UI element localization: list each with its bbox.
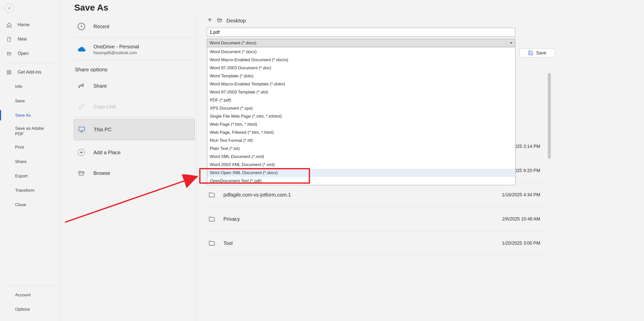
nav-print-label: Print	[15, 145, 24, 150]
location-copy-link-label: Copy Link	[93, 104, 116, 110]
save-icon	[528, 50, 533, 56]
file-date: 1/20/2025 3:00 PM	[479, 241, 544, 246]
nav-save-as-adobe-label: Save as Adobe PDF	[15, 126, 48, 137]
nav-options[interactable]: Options	[0, 302, 60, 316]
filetype-option[interactable]: Plain Text (*.txt)	[207, 145, 515, 153]
filetype-select[interactable]: Word Document (*.docx)	[207, 39, 515, 47]
filetype-option[interactable]: Word 97-2003 Template (*.dot)	[207, 88, 515, 96]
new-doc-icon	[6, 37, 12, 42]
home-icon	[6, 22, 12, 28]
filetype-option[interactable]: Rich Text Format (*.rtf)	[207, 137, 515, 145]
path-breadcrumb: Desktop	[207, 15, 642, 26]
filetype-option[interactable]: Word XML Document (*.xml)	[207, 153, 515, 161]
location-panel: Recent OneDrive - Personal hesong45@outl…	[74, 16, 195, 183]
addins-icon	[6, 70, 12, 75]
browse-folder-icon	[76, 170, 86, 177]
nav-new[interactable]: New	[0, 32, 60, 46]
open-folder-icon	[6, 51, 12, 56]
location-browse[interactable]: Browse	[74, 163, 195, 183]
location-share[interactable]: Share	[74, 76, 195, 96]
filetype-option[interactable]: Web Page (*.htm, *.html)	[207, 120, 515, 129]
filetype-option[interactable]: Word 97-2003 Document (*.doc)	[207, 64, 515, 72]
filetype-option[interactable]: Web Page, Filtered (*.htm, *.html)	[207, 129, 515, 137]
filetype-option-highlighted[interactable]: Strict Open XML Document (*.docx)	[207, 169, 515, 177]
filetype-option[interactable]: Single File Web Page (*.mht, *.mhtml)	[207, 112, 515, 120]
nav-close-label: Close	[15, 202, 26, 207]
folder-icon	[207, 216, 217, 223]
filetype-option[interactable]: PDF (*.pdf)	[207, 96, 515, 104]
location-browse-label: Browse	[93, 170, 110, 176]
svg-rect-0	[7, 70, 9, 72]
nav-new-label: New	[18, 37, 27, 42]
location-add-place[interactable]: Add a Place	[74, 142, 195, 163]
nav-transform[interactable]: Transform	[0, 183, 60, 198]
nav-get-addins-label: Get Add-ins	[18, 70, 41, 75]
share-options-heading: Share options	[74, 62, 195, 76]
copy-link-icon	[76, 104, 86, 110]
this-pc-icon	[77, 126, 87, 133]
file-list-scrollbar[interactable]	[548, 73, 551, 257]
svg-rect-3	[10, 73, 11, 74]
filetype-option[interactable]: OpenDocument Text (*.odt)	[207, 177, 515, 185]
location-copy-link: Copy Link	[74, 96, 195, 117]
save-button[interactable]: Save	[520, 48, 555, 57]
nav-export[interactable]: Export	[0, 169, 60, 183]
location-recent[interactable]: Recent	[74, 16, 195, 37]
filename-input[interactable]	[207, 28, 515, 37]
filetype-option[interactable]: Word 2003 XML Document (*.xml)	[207, 161, 515, 169]
file-row[interactable]: pdfagile.com-vs-jotform.com.1 1/16/2025 …	[207, 183, 544, 207]
nav-transform-label: Transform	[15, 188, 35, 193]
nav-print[interactable]: Print	[0, 140, 60, 154]
file-name: pdfagile.com-vs-jotform.com.1	[223, 192, 479, 198]
location-onedrive[interactable]: OneDrive - Personal hesong45@outlook.com	[74, 39, 195, 60]
nav-options-label: Options	[15, 307, 30, 312]
file-name: Privacy	[223, 216, 479, 222]
left-nav-panel: Home New Open Get Add-ins Info Save Save…	[0, 0, 60, 321]
filetype-option[interactable]: XPS Document (*.xps)	[207, 104, 515, 112]
scrollbar-thumb[interactable]	[548, 73, 551, 159]
current-folder-name: Desktop	[226, 18, 246, 24]
nav-save-as-label: Save As	[15, 113, 31, 118]
onedrive-icon	[76, 46, 86, 53]
filetype-option[interactable]: Word Template (*.dotx)	[207, 72, 515, 80]
up-folder-button[interactable]	[207, 17, 213, 24]
file-row[interactable]: Tool 1/20/2025 3:00 PM	[207, 231, 544, 255]
nav-info[interactable]: Info	[0, 79, 60, 94]
nav-save-as-adobe[interactable]: Save as Adobe PDF	[0, 122, 60, 140]
svg-rect-1	[10, 70, 11, 72]
nav-get-addins[interactable]: Get Add-ins	[0, 65, 60, 79]
nav-save-as[interactable]: Save As	[0, 108, 60, 122]
nav-info-label: Info	[15, 84, 22, 89]
nav-share-label: Share	[15, 159, 26, 164]
save-button-label: Save	[536, 50, 546, 56]
location-this-pc[interactable]: This PC	[74, 119, 195, 140]
nav-home[interactable]: Home	[0, 18, 60, 32]
recent-icon	[76, 22, 86, 31]
location-onedrive-email: hesong45@outlook.com	[93, 51, 139, 55]
nav-export-label: Export	[15, 174, 27, 179]
filetype-option[interactable]: Word Macro-Enabled Template (*.dotm)	[207, 80, 515, 88]
nav-home-label: Home	[18, 22, 30, 27]
save-panel: Desktop Word Document (*.docx) Word Docu…	[196, 15, 642, 321]
filetype-option[interactable]: Word Macro-Enabled Document (*.docm)	[207, 56, 515, 64]
nav-close[interactable]: Close	[0, 198, 60, 212]
nav-save[interactable]: Save	[0, 94, 60, 108]
file-date: 2/6/2025 10:48 AM	[479, 216, 544, 222]
page-title: Save As	[74, 3, 108, 13]
breadcrumb-folder-icon[interactable]	[216, 17, 223, 24]
file-row[interactable]: Privacy 2/6/2025 10:48 AM	[207, 207, 544, 231]
location-add-place-label: Add a Place	[93, 150, 121, 155]
share-icon	[76, 82, 86, 90]
nav-share[interactable]: Share	[0, 154, 60, 169]
location-this-pc-label: This PC	[94, 127, 112, 133]
back-button[interactable]	[5, 4, 14, 13]
add-place-icon	[76, 148, 86, 157]
filetype-option[interactable]: Word Document (*.docx)	[207, 48, 515, 56]
nav-save-label: Save	[15, 99, 25, 104]
nav-open-label: Open	[18, 51, 29, 56]
location-recent-label: Recent	[93, 24, 109, 29]
back-arrow-icon	[7, 6, 12, 11]
nav-account[interactable]: Account	[0, 288, 60, 302]
nav-open[interactable]: Open	[0, 46, 60, 61]
folder-icon	[207, 191, 217, 199]
